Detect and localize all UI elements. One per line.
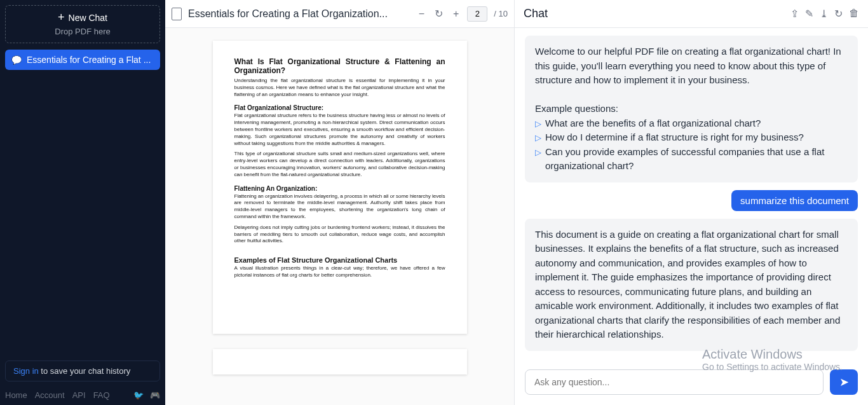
example-question[interactable]: Can you provide examples of successful c…	[535, 145, 848, 174]
document-title: Essentials for Creating a Flat Organizat…	[188, 8, 410, 20]
pdf-heading-4: Examples of Flat Structure Organizationa…	[234, 256, 445, 264]
sidebar-chat-item-active[interactable]: Essentials for Creating a Flat ...	[5, 50, 160, 70]
send-button[interactable]: ➤	[830, 369, 858, 395]
example-question[interactable]: How do I determine if a flat structure i…	[535, 130, 848, 145]
send-icon: ➤	[839, 375, 849, 389]
chat-bubble-icon	[11, 55, 22, 65]
share-icon[interactable]: ⇪	[790, 8, 799, 20]
pdf-para: Flattening an organization involves dela…	[234, 193, 445, 221]
pdf-page: What Is Flat Organizational Structure & …	[213, 41, 467, 334]
zoom-in-button[interactable]: +	[451, 8, 461, 20]
chat-input-row: ➤ Activate Windows Go to Settings to act…	[515, 363, 868, 405]
new-chat-dropzone[interactable]: New Chat Drop PDF here	[5, 5, 160, 43]
bot-message: Welcome to our helpful PDF file on creat…	[525, 36, 858, 182]
bot-welcome-text: Welcome to our helpful PDF file on creat…	[535, 45, 848, 88]
pdf-toolbar: Essentials for Creating a Flat Organizat…	[165, 0, 514, 28]
pdf-para: Understanding the flat organizational st…	[234, 78, 445, 98]
footer-links: Home Account API FAQ 🐦 🎮	[5, 390, 160, 400]
twitter-icon[interactable]: 🐦	[133, 390, 144, 400]
chat-item-label: Essentials for Creating a Flat ...	[27, 55, 151, 65]
user-message: summarize this document	[731, 190, 858, 211]
chat-actions: ⇪ ✎ ⤓ ↻ 🗑	[790, 8, 859, 20]
chat-title: Chat	[524, 7, 548, 20]
link-api[interactable]: API	[72, 390, 86, 400]
delete-icon[interactable]: 🗑	[849, 8, 859, 20]
pdf-scroll-area[interactable]: What Is Flat Organizational Structure & …	[165, 28, 514, 405]
sidebar-bottom: Sign in to save your chat history Home A…	[5, 360, 160, 400]
signin-rest: to save your chat history	[39, 366, 131, 376]
example-questions-heading: Example questions:	[535, 102, 848, 116]
triangle-icon	[535, 145, 541, 160]
new-chat-button[interactable]: New Chat	[58, 11, 107, 24]
chat-messages[interactable]: Welcome to our helpful PDF file on creat…	[515, 28, 868, 363]
triangle-icon	[535, 130, 541, 145]
chat-header: Chat ⇪ ✎ ⤓ ↻ 🗑	[515, 0, 868, 28]
signin-link[interactable]: Sign in	[13, 366, 39, 376]
pdf-page-next	[213, 349, 467, 374]
pdf-para: This type of organizational structure su…	[234, 151, 445, 178]
bot-message: This document is a guide on creating a f…	[525, 219, 858, 351]
example-question[interactable]: What are the benefits of a flat organiza…	[535, 116, 848, 131]
link-account[interactable]: Account	[35, 390, 65, 400]
rotate-button[interactable]: ↻	[433, 8, 445, 20]
pdf-para: A visual illustration presents things in…	[234, 265, 445, 279]
refresh-icon[interactable]: ↻	[834, 8, 843, 20]
edit-icon[interactable]: ✎	[805, 8, 813, 20]
download-icon[interactable]: ⤓	[820, 8, 828, 20]
triangle-icon	[535, 116, 541, 131]
new-chat-label: New Chat	[69, 13, 107, 23]
link-faq[interactable]: FAQ	[93, 390, 110, 400]
link-home[interactable]: Home	[5, 390, 27, 400]
drop-pdf-label: Drop PDF here	[11, 27, 154, 36]
signin-prompt[interactable]: Sign in to save your chat history	[5, 360, 160, 381]
chat-input[interactable]	[525, 369, 824, 395]
chat-list: Essentials for Creating a Flat ...	[5, 50, 160, 360]
page-total-label: / 10	[494, 9, 508, 18]
chat-pane: Chat ⇪ ✎ ⤓ ↻ 🗑 Welcome to our helpful PD…	[515, 0, 868, 405]
pdf-viewer-pane: Essentials for Creating a Flat Organizat…	[165, 0, 515, 405]
user-message-row: summarize this document	[525, 190, 858, 211]
zoom-out-button[interactable]: −	[417, 8, 426, 20]
sidebar: New Chat Drop PDF here Essentials for Cr…	[0, 0, 165, 405]
pdf-heading-2: Flat Organizational Structure:	[234, 104, 445, 111]
page-number-input[interactable]	[467, 6, 487, 22]
pdf-para: Flat organizational structure refers to …	[234, 113, 445, 147]
pdf-para: Delayering does not imply cutting jobs o…	[234, 224, 445, 245]
sidebar-toggle-icon[interactable]	[172, 8, 182, 20]
pdf-heading-3: Flattening An Organization:	[234, 185, 445, 192]
pdf-heading-1: What Is Flat Organizational Structure & …	[234, 57, 445, 75]
discord-icon[interactable]: 🎮	[150, 390, 160, 400]
plus-icon	[58, 11, 65, 24]
